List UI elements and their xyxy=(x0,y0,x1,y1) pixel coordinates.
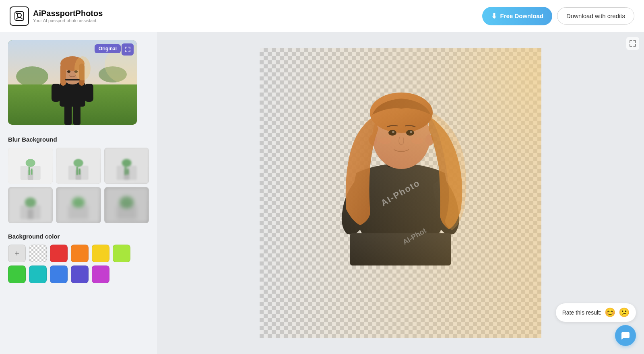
svg-rect-20 xyxy=(65,79,80,80)
color-section-title: Background color xyxy=(8,233,149,240)
blur-item-2[interactable] xyxy=(104,148,149,184)
blur-item-3[interactable] xyxy=(8,187,53,223)
purple-color-swatch[interactable] xyxy=(92,266,109,283)
svg-rect-39 xyxy=(127,169,128,175)
svg-rect-33 xyxy=(79,169,80,175)
svg-point-21 xyxy=(74,56,91,80)
rate-result-label: Rate this result: xyxy=(562,309,601,316)
expand-photo-button[interactable] xyxy=(122,43,134,56)
main-container: Original Blur Background xyxy=(0,32,644,354)
svg-point-2 xyxy=(16,12,18,14)
logo-area: AiPassportPhotos Your AI passport photo … xyxy=(10,6,103,26)
svg-point-37 xyxy=(122,159,131,167)
sad-emoji-button[interactable]: 😕 xyxy=(619,307,630,318)
svg-point-60 xyxy=(392,131,394,133)
svg-point-58 xyxy=(388,130,396,136)
lime-color-swatch[interactable] xyxy=(113,245,130,262)
logo-text-block: AiPassportPhotos Your AI passport photo … xyxy=(33,9,103,23)
preview-area: AI-Photo AI-Phot Rate this result: 😊 😕 xyxy=(157,32,644,354)
svg-rect-32 xyxy=(76,167,78,175)
svg-point-31 xyxy=(74,159,83,167)
download-icon: ⬇ xyxy=(491,12,497,21)
red-color-swatch[interactable] xyxy=(50,245,68,262)
yellow-color-swatch[interactable] xyxy=(92,245,109,262)
svg-point-1 xyxy=(17,13,21,17)
svg-point-63 xyxy=(411,138,423,144)
svg-rect-16 xyxy=(60,64,66,86)
svg-rect-8 xyxy=(64,105,72,125)
svg-point-43 xyxy=(25,198,36,207)
svg-point-46 xyxy=(72,197,85,208)
blue-color-swatch[interactable] xyxy=(50,266,68,283)
blur-grid xyxy=(8,148,149,223)
original-badge: Original xyxy=(95,44,121,53)
preview-canvas: AI-Photo AI-Phot xyxy=(260,48,541,338)
svg-rect-10 xyxy=(60,82,85,107)
color-grid: + xyxy=(8,245,149,283)
sidebar: Original Blur Background xyxy=(0,32,157,354)
orange-color-swatch[interactable] xyxy=(71,245,89,262)
svg-rect-38 xyxy=(124,167,126,175)
header: AiPassportPhotos Your AI passport photo … xyxy=(0,0,644,32)
preview-expand-button[interactable] xyxy=(626,37,639,50)
logo-subtitle: Your AI passport photo assistant. xyxy=(33,18,103,23)
svg-point-4 xyxy=(16,66,48,86)
svg-rect-9 xyxy=(73,105,80,125)
green-color-swatch[interactable] xyxy=(8,266,26,283)
free-download-button[interactable]: ⬇ Free Download xyxy=(482,7,553,25)
svg-rect-26 xyxy=(29,167,30,175)
svg-point-25 xyxy=(26,159,35,167)
happy-emoji-button[interactable]: 😊 xyxy=(605,307,615,318)
svg-rect-51 xyxy=(350,233,451,266)
svg-point-18 xyxy=(67,70,70,73)
preview-person-svg xyxy=(260,48,541,338)
rate-result-panel: Rate this result: 😊 😕 xyxy=(556,303,636,322)
free-download-label: Free Download xyxy=(500,12,544,19)
blur-item-0[interactable] xyxy=(8,148,53,184)
svg-rect-12 xyxy=(85,84,93,102)
download-credits-button[interactable]: Download with credits xyxy=(557,7,634,25)
add-color-button[interactable]: + xyxy=(8,245,26,262)
svg-rect-27 xyxy=(31,169,33,175)
original-photo-container: Original xyxy=(8,40,137,125)
svg-rect-11 xyxy=(52,84,60,102)
cyan-color-swatch[interactable] xyxy=(29,266,47,283)
logo-title: AiPassportPhotos xyxy=(33,9,103,18)
transparent-color-swatch[interactable] xyxy=(29,245,47,262)
svg-point-59 xyxy=(406,130,414,136)
svg-point-61 xyxy=(410,131,412,133)
chat-button[interactable] xyxy=(615,325,636,346)
download-credits-label: Download with credits xyxy=(566,12,625,19)
blur-item-4[interactable] xyxy=(56,187,101,223)
svg-point-49 xyxy=(119,196,134,208)
blur-item-1[interactable] xyxy=(56,148,101,184)
header-buttons: ⬇ Free Download Download with credits xyxy=(482,7,634,25)
blur-section-title: Blur Background xyxy=(8,136,149,143)
indigo-color-swatch[interactable] xyxy=(71,266,89,283)
logo-icon xyxy=(10,6,29,26)
svg-rect-42 xyxy=(28,209,33,219)
blur-item-5[interactable] xyxy=(104,187,149,223)
svg-point-62 xyxy=(379,138,391,144)
